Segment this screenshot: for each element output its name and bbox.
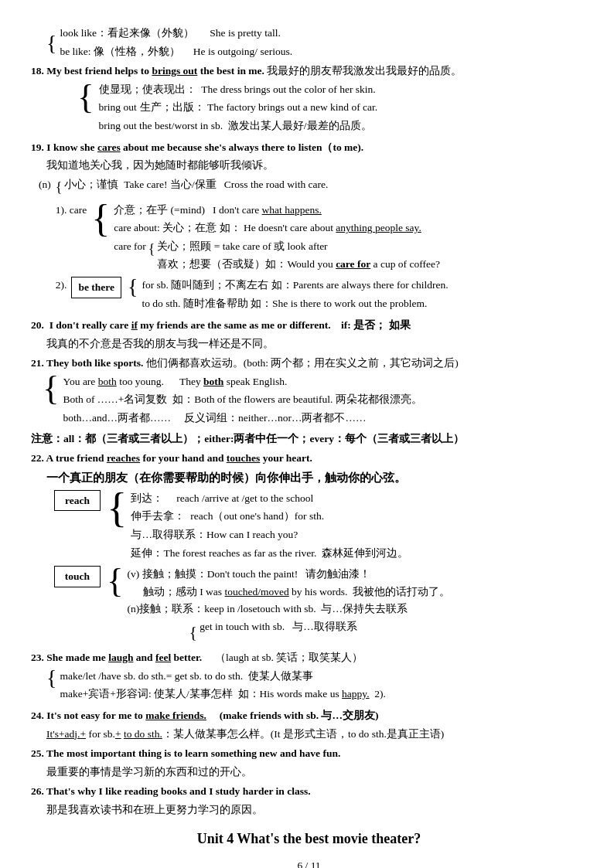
both-line2: Both of ……+名词复数 如：Both of the flowers ar… [63,391,422,408]
touch-keep: get in touch with sb. 与…取得联系 [200,618,357,635]
brace-icon: { [43,373,60,403]
big-brace: { [91,202,110,235]
brace-icon: { [128,277,138,296]
item-20: 20. I don't really care if my friends ar… [31,317,587,334]
care-for-block: care for { 关心；照顾 = take care of 或 look a… [114,238,440,274]
touch-n2: { get in touch with sb. 与…取得联系 [189,618,451,645]
be-there-todo: to do sth. 随时准备帮助 如：She is there to work… [142,295,448,312]
both-line1: You are both too young. They both speak … [63,373,422,390]
item-22: 22. A true friend reaches for your hand … [31,450,587,467]
item-26-trans: 那是我喜欢读书和在班上更努力学习的原因。 [46,802,587,819]
touch-v: (v) 接触；触摸：Don't touch the paint! 请勿触油漆！ [128,566,451,583]
make-let: make/let /have sb. do sth.= get sb. to d… [60,668,386,685]
care-for-2: 喜欢；想要（否或疑）如：Would you care for a cup of … [157,256,439,273]
touch-box: touch [54,566,101,587]
item-19: 19. I know she cares about me because sh… [31,139,587,156]
brace-icon: { [46,668,56,687]
page: { look like：看起来像（外貌） She is pretty tall.… [31,25,587,868]
item-22-trans: 一个真正的朋友（在你需要帮助的时候）向你伸出手，触动你的心弦。 [46,468,587,487]
be-like-line: be like: 像（性格，外貌） He is outgoing/ seriou… [60,43,292,60]
item-24: 24. It's not easy for me to make friends… [31,707,587,724]
bring-out-def1: 使显现；使表现出： The dress brings out the color… [99,81,378,98]
care-mind: 介意；在乎 (=mind) I don't care what happens. [114,202,440,219]
bring-out-def3: bring out the best/worst in sb. 激发出某人最好/… [99,117,378,134]
reach-def4: 延伸：The forest reaches as far as the rive… [131,545,408,562]
reach-def3: 与…取得联系：How can I reach you? [131,526,408,543]
care-n-def: { 小心；谨慎 Take care! 当心/保重 Cross the road … [56,176,587,199]
item-25-trans: 最重要的事情是学习新的东西和过的开心。 [46,764,587,781]
item-24-note: It's+adj.+ for sb.+ to do sth.：某人做某事怎么样。… [46,726,587,743]
care-block: 1). care { 介意；在乎 (=mind) I don't care wh… [56,202,587,274]
care-n-label: (n) [39,176,51,193]
touch-moved: 触动；感动 I was touched/moved by his words. … [128,584,451,601]
touch-n: (n)接触；联系：keep in /losetouch with sb. 与…保… [128,601,451,618]
be-there-block: 2). be there { for sb. 随叫随到；不离左右 如：Paren… [56,277,587,313]
item-20-trans: 我真的不介意是否我的朋友与我一样还是不同。 [46,335,587,352]
touch-block: touch { (v) 接触；触摸：Don't touch the paint!… [54,566,587,645]
reach-box: reach [54,490,101,512]
be-there-box: be there [71,277,121,298]
item-26: 26. That's why I like reading books and … [31,783,587,800]
reach-block: reach { 到达： reach /arrive at /get to the… [54,490,587,563]
reach-def1: 到达： reach /arrive at /get to the school [131,490,408,507]
bring-out-label: bring out 生产；出版： The factory brings out … [99,99,378,116]
brace-icon: { [77,81,94,113]
unit-title: Unit 4 What's the best movie theater? [31,828,587,850]
item-18: 18. My best friend helps to brings out t… [31,63,587,80]
brace-icon: { [107,490,127,525]
care-for-1: 关心；照顾 = take care of 或 look after [157,238,439,255]
care-about: care about: 关心；在意 如： He doesn't care abo… [114,220,440,237]
item-25: 25. The most important thing is to learn… [31,745,587,762]
brace-icon: { [46,32,56,54]
note-all: 注意：all：都（三者或三者以上）；either:两者中任一个；every：每个… [31,431,587,448]
brace-icon: { [107,566,124,595]
reach-def2: 伸手去拿： reach（out one's hand）for sth. [131,508,408,525]
item-23: 23. She made me laugh and feel better. （… [31,649,587,666]
item-19-trans: 我知道地关心我，因为她随时都能够听我倾诉。 [46,157,587,174]
both-line3: both…and…两者都…… 反义词组：neither…nor…两者都不…… [63,410,422,427]
item-21: 21. They both like sports. 他们俩都喜欢运动。(bot… [31,355,587,372]
look-like-line: look like：看起来像（外貌） She is pretty tall. [60,25,292,42]
page-footer: 6 / 11 [31,857,587,868]
make-adj: make+宾语+形容词: 使某人/某事怎样 如：His words make u… [60,686,386,703]
be-there-for: for sb. 随叫随到；不离左右 如：Parents are always t… [142,277,448,294]
